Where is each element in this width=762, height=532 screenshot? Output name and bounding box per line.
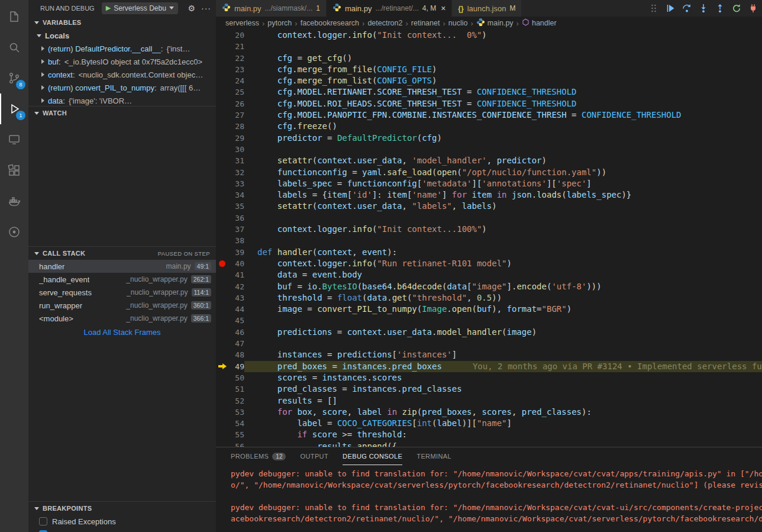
glyph-margin[interactable]: [216, 155, 229, 166]
glyph-margin[interactable]: [216, 41, 229, 52]
line-number[interactable]: 38: [229, 235, 244, 246]
gear-icon[interactable]: ⚙: [188, 4, 195, 13]
line-number[interactable]: 54: [229, 418, 244, 429]
launch-config-dropdown[interactable]: ▶ Serverless Debu: [102, 2, 178, 14]
activity-item-remote-explorer[interactable]: [0, 124, 28, 155]
line-number[interactable]: 33: [229, 178, 244, 189]
glyph-margin[interactable]: [216, 121, 229, 132]
glyph-margin[interactable]: [216, 383, 229, 395]
line-number[interactable]: 41: [229, 269, 244, 280]
breakpoint-row[interactable]: ✓Uncaught Exceptions: [28, 528, 216, 532]
panel-tab-output[interactable]: OUTPUT: [300, 447, 328, 465]
line-number[interactable]: 20: [229, 30, 244, 41]
line-number[interactable]: 51: [229, 383, 244, 395]
line-number[interactable]: 32: [229, 167, 244, 178]
glyph-margin[interactable]: [216, 30, 229, 41]
glyph-margin[interactable]: [216, 224, 229, 235]
code-line[interactable]: 37 context.logger.info("Init context...1…: [216, 224, 762, 235]
line-number[interactable]: 44: [229, 304, 244, 315]
glyph-margin[interactable]: [216, 315, 229, 326]
glyph-margin[interactable]: [216, 441, 229, 447]
variable-row[interactable]: buf:<_io.BytesIO object at 0x7f5a2dc1ecc…: [28, 55, 216, 68]
tab-main.py[interactable]: main.py.../siammask/...1: [216, 0, 327, 17]
line-number[interactable]: 34: [229, 189, 244, 201]
code-line[interactable]: 31 setattr(context.user_data, 'model_han…: [216, 155, 762, 166]
line-number[interactable]: 36: [229, 212, 244, 224]
activity-item-circle-tool[interactable]: [0, 217, 28, 247]
panel-tab-debug-console[interactable]: DEBUG CONSOLE: [343, 447, 402, 465]
breadcrumb-item-retinanet[interactable]: retinanet: [411, 19, 440, 27]
code-line[interactable]: 43 threshold = float(data.get("threshold…: [216, 292, 762, 304]
scope-locals[interactable]: Locals: [28, 29, 216, 42]
activity-item-run-and-debug[interactable]: 1: [0, 93, 28, 124]
checkbox-unchecked[interactable]: [39, 517, 47, 525]
glyph-margin[interactable]: [216, 338, 229, 349]
code-area[interactable]: 20 context.logger.info("Init context... …: [216, 30, 762, 447]
more-actions-icon[interactable]: ···: [201, 4, 211, 13]
line-number[interactable]: 26: [229, 98, 244, 109]
line-number[interactable]: 30: [229, 144, 244, 155]
line-number[interactable]: 53: [229, 407, 244, 418]
code-line[interactable]: 28 cfg.freeze(): [216, 121, 762, 132]
line-number[interactable]: 55: [229, 429, 244, 440]
code-line[interactable]: 40 context.logger.info("Run retinanet-R1…: [216, 258, 762, 269]
start-debug-icon[interactable]: ▶: [106, 5, 111, 11]
tab-main.py[interactable]: main.py.../retinanet/...4, M×: [327, 0, 452, 17]
line-number[interactable]: 21: [229, 41, 244, 52]
code-line[interactable]: 34 labels = {item['id']: item['name'] fo…: [216, 189, 762, 201]
code-line[interactable]: 54 label = COCO_CATEGORIES[int(label)]["…: [216, 418, 762, 429]
line-number[interactable]: 39: [229, 247, 244, 258]
glyph-margin[interactable]: [216, 418, 229, 429]
line-number[interactable]: 40: [229, 258, 244, 269]
line-number[interactable]: 56: [229, 441, 244, 447]
breakpoints-section-header[interactable]: BREAKPOINTS: [28, 502, 216, 515]
load-all-stack-frames-link[interactable]: Load All Stack Frames: [28, 325, 216, 339]
breakpoint-row[interactable]: Raised Exceptions: [28, 515, 216, 528]
glyph-margin[interactable]: [216, 281, 229, 292]
glyph-margin[interactable]: [216, 235, 229, 246]
restart-button[interactable]: [731, 3, 742, 14]
line-number[interactable]: 28: [229, 121, 244, 132]
glyph-margin[interactable]: [216, 53, 229, 64]
code-line[interactable]: 36: [216, 212, 762, 224]
code-line[interactable]: 30: [216, 144, 762, 155]
code-line[interactable]: 53 for box, score, label in zip(pred_box…: [216, 407, 762, 418]
code-line[interactable]: 55 if score >= threshold:: [216, 429, 762, 440]
code-line[interactable]: 20 context.logger.info("Init context... …: [216, 30, 762, 41]
glyph-margin[interactable]: [216, 64, 229, 75]
code-line[interactable]: 29 predictor = DefaultPredictor(cfg): [216, 133, 762, 144]
stack-frame-row[interactable]: _handle_event_nuclio_wrapper.py262:1: [28, 273, 216, 286]
breadcrumb-item-detectron2[interactable]: detectron2: [367, 19, 402, 27]
code-line[interactable]: 38: [216, 235, 762, 246]
stack-frame-row[interactable]: <module>_nuclio_wrapper.py366:1: [28, 312, 216, 325]
code-line[interactable]: 39def handler(context, event):: [216, 247, 762, 258]
line-number[interactable]: 24: [229, 75, 244, 86]
glyph-margin[interactable]: [216, 109, 229, 121]
code-line[interactable]: 45: [216, 315, 762, 326]
glyph-margin[interactable]: [216, 429, 229, 440]
variable-row[interactable]: (return) DefaultPredictor.__call__:{'ins…: [28, 42, 216, 55]
glyph-margin[interactable]: [216, 407, 229, 418]
glyph-margin[interactable]: [216, 304, 229, 315]
activity-item-extensions[interactable]: [0, 155, 28, 186]
close-icon[interactable]: ×: [441, 4, 445, 13]
line-number[interactable]: 23: [229, 64, 244, 75]
glyph-margin[interactable]: [216, 75, 229, 86]
code-line[interactable]: 47: [216, 338, 762, 349]
code-line[interactable]: 46 predictions = context.user_data.model…: [216, 327, 762, 338]
glyph-margin[interactable]: [216, 98, 229, 109]
breadcrumb-item-serverless[interactable]: serverless: [225, 19, 259, 27]
breadcrumb-item-handler[interactable]: handler: [522, 18, 557, 28]
code-line[interactable]: 42 buf = io.BytesIO(base64.b64decode(dat…: [216, 281, 762, 292]
line-number[interactable]: 48: [229, 349, 244, 360]
variable-row[interactable]: (return) convert_PIL_to_numpy:array([[[ …: [28, 81, 216, 94]
call-stack-section-header[interactable]: CALL STACK PAUSED ON STEP: [28, 247, 216, 260]
line-number[interactable]: 31: [229, 155, 244, 166]
code-line[interactable]: 27 cfg.MODEL.PANOPTIC_FPN.COMBINE.INSTAN…: [216, 109, 762, 121]
breadcrumb-item-nuclio[interactable]: nuclio: [448, 19, 468, 27]
line-number[interactable]: 27: [229, 109, 244, 121]
glyph-margin[interactable]: [216, 361, 229, 372]
activity-item-search[interactable]: [0, 32, 28, 63]
panel-tab-problems[interactable]: PROBLEMS12: [231, 447, 286, 465]
disconnect-button[interactable]: [748, 3, 758, 14]
